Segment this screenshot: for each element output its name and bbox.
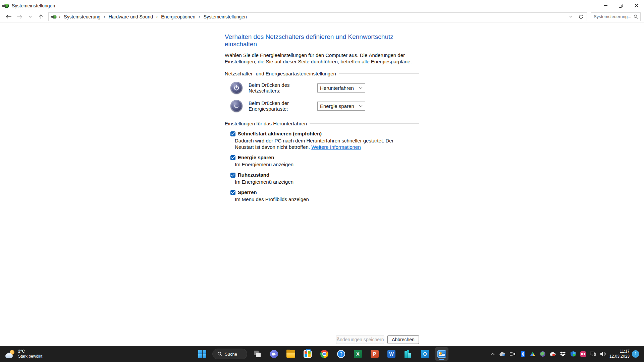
weather-widget[interactable]: 2°C Stark bewölkt bbox=[3, 346, 44, 362]
restore-icon bbox=[619, 4, 623, 8]
hibernate-label[interactable]: Ruhezustand bbox=[238, 172, 269, 178]
sleep-button-label: Beim Drücken der Energiespartaste: bbox=[249, 100, 317, 112]
minimize-button[interactable] bbox=[598, 0, 613, 11]
breadcrumb: › Systemsteuerung › Hardware und Sound ›… bbox=[59, 14, 567, 20]
tray-overflow-button[interactable] bbox=[489, 351, 495, 357]
search-icon bbox=[217, 352, 222, 356]
fast-startup-label[interactable]: Schnellstart aktivieren (empfohlen) bbox=[238, 131, 322, 136]
breadcrumb-systemsteuerung[interactable]: Systemsteuerung bbox=[63, 14, 101, 20]
breadcrumb-systemeinstellungen[interactable]: Systemeinstellungen bbox=[203, 14, 248, 20]
breadcrumb-energieoptionen[interactable]: Energieoptionen bbox=[160, 14, 196, 20]
lock-checkbox[interactable] bbox=[230, 190, 235, 195]
control-panel-icon bbox=[437, 350, 446, 358]
excel-button[interactable]: X bbox=[351, 347, 365, 361]
chevron-up-icon bbox=[490, 353, 495, 355]
start-button[interactable] bbox=[196, 347, 209, 361]
buildings-app-button[interactable] bbox=[401, 347, 415, 361]
power-button-dropdown[interactable]: Herunterfahren bbox=[317, 83, 365, 93]
powerpoint-icon: P bbox=[371, 350, 379, 358]
title-bar: Systemeinstellungen bbox=[0, 0, 644, 11]
checkbox-group-fast-startup: Schnellstart aktivieren (empfohlen) Dadu… bbox=[225, 131, 419, 150]
defender-shield-icon[interactable] bbox=[570, 351, 576, 357]
breadcrumb-hardware-und-sound[interactable]: Hardware und Sound bbox=[108, 14, 154, 20]
cancel-button[interactable]: Abbrechen bbox=[387, 335, 419, 344]
powerpoint-button[interactable]: P bbox=[368, 347, 381, 361]
sleep-button-dropdown[interactable]: Energie sparen bbox=[317, 102, 365, 111]
system-tray bbox=[489, 346, 606, 362]
power-options-app-icon bbox=[3, 3, 9, 8]
breadcrumb-separator: › bbox=[104, 14, 105, 19]
address-dropdown-button[interactable] bbox=[567, 12, 575, 21]
mega-cloud-icon[interactable] bbox=[580, 351, 586, 357]
sleep-label[interactable]: Energie sparen bbox=[238, 155, 274, 160]
forward-button[interactable] bbox=[14, 12, 25, 21]
microsoft-store-button[interactable] bbox=[301, 347, 314, 361]
check-icon bbox=[231, 191, 235, 194]
address-bar[interactable]: › Systemsteuerung › Hardware und Sound ›… bbox=[48, 12, 587, 21]
chat-button[interactable] bbox=[267, 347, 281, 361]
ms-store-icon bbox=[304, 350, 312, 358]
cloud-sync-icon[interactable] bbox=[499, 351, 505, 357]
search-input[interactable]: Systemsteuerung... bbox=[591, 12, 641, 21]
cloud-record-icon[interactable] bbox=[550, 351, 556, 357]
taskbar: 2°C Stark bewölkt Suche bbox=[0, 346, 644, 362]
control-panel-button-active[interactable] bbox=[435, 347, 448, 361]
hibernate-description: Im Energiemenü anzeigen bbox=[235, 179, 404, 185]
chat-icon bbox=[270, 350, 278, 358]
up-arrow-icon bbox=[39, 14, 43, 19]
lock-description: Im Menü des Profilbilds anzeigen bbox=[235, 196, 404, 202]
close-button[interactable] bbox=[629, 0, 644, 11]
speaker-icon[interactable] bbox=[600, 351, 606, 357]
power-button-label: Beim Drücken des Netzschalters: bbox=[249, 82, 317, 94]
page-description: Wählen Sie die Energieeinstellungen für … bbox=[225, 52, 414, 65]
taskbar-clock[interactable]: 11:17 12.03.2023 bbox=[609, 346, 630, 362]
lock-label[interactable]: Sperren bbox=[238, 189, 257, 195]
chevron-down-icon bbox=[29, 16, 32, 18]
power-button-row: Beim Drücken des Netzschalters: Herunter… bbox=[230, 81, 419, 95]
refresh-button[interactable] bbox=[577, 12, 585, 21]
sleep-checkbox[interactable] bbox=[230, 155, 235, 160]
clock-date: 12.03.2023 bbox=[609, 354, 630, 359]
sleep-button-row: Beim Drücken der Energiespartaste: Energ… bbox=[230, 99, 419, 113]
windows-logo-icon bbox=[198, 350, 206, 358]
page-title: Verhalten des Netzschalters definieren u… bbox=[225, 33, 419, 48]
help-button[interactable]: ? bbox=[334, 347, 348, 361]
back-button[interactable] bbox=[3, 12, 14, 21]
weitere-informationen-link[interactable]: Weitere Informationen bbox=[311, 144, 361, 150]
chrome-button[interactable] bbox=[318, 347, 331, 361]
weather-temperature: 2°C bbox=[18, 349, 42, 354]
chevron-down-icon bbox=[359, 87, 363, 89]
cast-display-icon[interactable] bbox=[590, 351, 596, 357]
dropbox-icon[interactable] bbox=[560, 351, 566, 357]
weather-icon bbox=[5, 350, 15, 358]
save-changes-button[interactable]: Änderungen speichern bbox=[336, 335, 384, 344]
maximize-restore-button[interactable] bbox=[613, 0, 629, 11]
checkbox-group-sleep: Energie sparen Im Energiemenü anzeigen bbox=[225, 155, 419, 168]
checkbox-group-hibernate: Ruhezustand Im Energiemenü anzeigen bbox=[225, 172, 419, 185]
main-content: Verhalten des Netzschalters definieren u… bbox=[225, 22, 419, 202]
outlook-button[interactable]: O bbox=[418, 347, 432, 361]
hibernate-checkbox[interactable] bbox=[230, 173, 235, 178]
bluetooth-icon[interactable] bbox=[520, 351, 526, 357]
chevron-down-icon bbox=[359, 105, 363, 107]
taskbar-search[interactable]: Suche bbox=[212, 349, 247, 359]
word-button[interactable]: W bbox=[385, 347, 398, 361]
checkbox-group-lock: Sperren Im Menü des Profilbilds anzeigen bbox=[225, 189, 419, 202]
recent-pages-button[interactable] bbox=[25, 12, 36, 21]
outlook-icon: O bbox=[421, 350, 429, 358]
fast-startup-checkbox[interactable] bbox=[230, 131, 235, 136]
fast-startup-description: Dadurch wird der PC nach dem Herunterfah… bbox=[235, 137, 404, 150]
excel-icon: X bbox=[354, 350, 362, 358]
taskbar-search-label: Suche bbox=[225, 352, 237, 357]
globe-icon[interactable] bbox=[540, 351, 546, 357]
notification-badge[interactable]: 1 bbox=[632, 350, 639, 358]
back-arrow-icon bbox=[6, 15, 11, 19]
task-view-icon bbox=[253, 350, 261, 358]
file-explorer-button[interactable] bbox=[284, 347, 298, 361]
up-button[interactable] bbox=[36, 12, 46, 21]
task-view-button[interactable] bbox=[251, 347, 264, 361]
volume-mixer-icon[interactable] bbox=[509, 351, 516, 357]
google-drive-icon[interactable] bbox=[530, 351, 536, 357]
chevron-down-icon bbox=[569, 16, 573, 18]
refresh-icon bbox=[579, 14, 583, 19]
